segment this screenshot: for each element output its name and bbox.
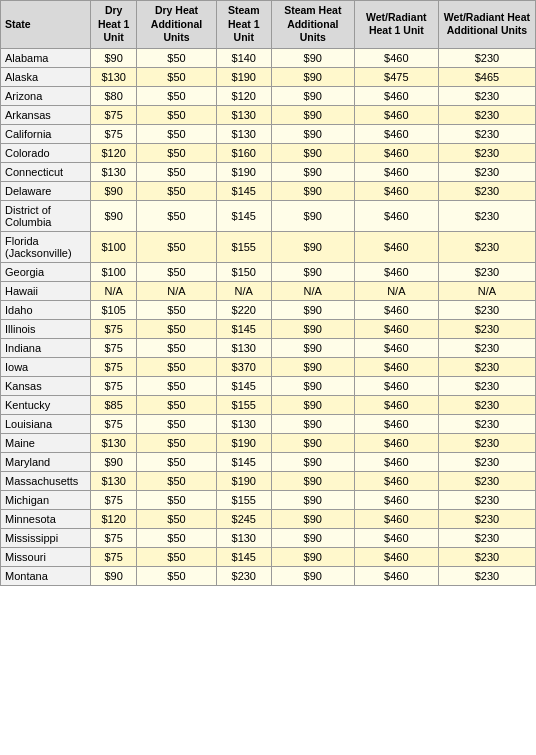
- cell-value: $220: [216, 300, 271, 319]
- cell-value: $460: [354, 547, 438, 566]
- cell-value: $50: [137, 452, 216, 471]
- table-row: Missouri$75$50$145$90$460$230: [1, 547, 536, 566]
- state-name: Georgia: [1, 262, 91, 281]
- cell-value: $90: [271, 124, 354, 143]
- cell-value: $230: [438, 86, 535, 105]
- cell-value: $230: [438, 528, 535, 547]
- cell-value: $75: [90, 319, 136, 338]
- cell-value: $90: [271, 509, 354, 528]
- cell-value: $145: [216, 376, 271, 395]
- cell-value: $90: [271, 490, 354, 509]
- cell-value: $130: [216, 105, 271, 124]
- cell-value: $75: [90, 357, 136, 376]
- table-row: Georgia$100$50$150$90$460$230: [1, 262, 536, 281]
- cell-value: $160: [216, 143, 271, 162]
- cell-value: $50: [137, 547, 216, 566]
- cell-value: $120: [216, 86, 271, 105]
- cell-value: $130: [216, 414, 271, 433]
- cell-value: $150: [216, 262, 271, 281]
- cell-value: $230: [438, 490, 535, 509]
- state-name: Alabama: [1, 48, 91, 67]
- state-name: Maryland: [1, 452, 91, 471]
- cell-value: N/A: [354, 281, 438, 300]
- table-row: Arizona$80$50$120$90$460$230: [1, 86, 536, 105]
- cell-value: N/A: [438, 281, 535, 300]
- table-row: Arkansas$75$50$130$90$460$230: [1, 105, 536, 124]
- cell-value: $50: [137, 338, 216, 357]
- cell-value: $230: [438, 414, 535, 433]
- column-header-5: Wet/Radiant Heat 1 Unit: [354, 1, 438, 49]
- cell-value: N/A: [216, 281, 271, 300]
- cell-value: $75: [90, 414, 136, 433]
- cell-value: $460: [354, 262, 438, 281]
- table-row: Iowa$75$50$370$90$460$230: [1, 357, 536, 376]
- state-name: Kentucky: [1, 395, 91, 414]
- state-name: Illinois: [1, 319, 91, 338]
- cell-value: $460: [354, 528, 438, 547]
- cell-value: $90: [271, 300, 354, 319]
- cell-value: $230: [438, 124, 535, 143]
- table-row: Alaska$130$50$190$90$475$465: [1, 67, 536, 86]
- table-row: Kansas$75$50$145$90$460$230: [1, 376, 536, 395]
- cell-value: N/A: [137, 281, 216, 300]
- state-name: Alaska: [1, 67, 91, 86]
- table-row: Idaho$105$50$220$90$460$230: [1, 300, 536, 319]
- state-name: Idaho: [1, 300, 91, 319]
- cell-value: $90: [90, 48, 136, 67]
- cell-value: $460: [354, 414, 438, 433]
- cell-value: $90: [271, 471, 354, 490]
- cell-value: $230: [438, 376, 535, 395]
- cell-value: $50: [137, 433, 216, 452]
- cell-value: $90: [271, 231, 354, 262]
- cell-value: $90: [271, 200, 354, 231]
- cell-value: $460: [354, 433, 438, 452]
- table-row: Massachusetts$130$50$190$90$460$230: [1, 471, 536, 490]
- cell-value: $230: [438, 231, 535, 262]
- column-header-6: Wet/Radiant Heat Additional Units: [438, 1, 535, 49]
- cell-value: $230: [438, 300, 535, 319]
- table-row: Montana$90$50$230$90$460$230: [1, 566, 536, 585]
- cell-value: $75: [90, 124, 136, 143]
- cell-value: $90: [90, 181, 136, 200]
- cell-value: $130: [216, 528, 271, 547]
- cell-value: $75: [90, 376, 136, 395]
- table-row: Connecticut$130$50$190$90$460$230: [1, 162, 536, 181]
- cell-value: $105: [90, 300, 136, 319]
- cell-value: $460: [354, 86, 438, 105]
- cell-value: $50: [137, 528, 216, 547]
- cell-value: $90: [271, 262, 354, 281]
- cell-value: $100: [90, 262, 136, 281]
- cell-value: $90: [271, 105, 354, 124]
- cell-value: $90: [271, 566, 354, 585]
- table-row: Colorado$120$50$160$90$460$230: [1, 143, 536, 162]
- column-header-1: Dry Heat 1 Unit: [90, 1, 136, 49]
- cell-value: $140: [216, 48, 271, 67]
- cell-value: $230: [438, 471, 535, 490]
- cell-value: $90: [271, 48, 354, 67]
- cell-value: $230: [438, 395, 535, 414]
- cell-value: $460: [354, 105, 438, 124]
- table-row: Michigan$75$50$155$90$460$230: [1, 490, 536, 509]
- cell-value: $90: [271, 67, 354, 86]
- table-row: California$75$50$130$90$460$230: [1, 124, 536, 143]
- cell-value: $130: [90, 471, 136, 490]
- cell-value: $460: [354, 319, 438, 338]
- column-header-2: Dry Heat Additional Units: [137, 1, 216, 49]
- cell-value: $90: [90, 566, 136, 585]
- cell-value: $460: [354, 490, 438, 509]
- cell-value: $120: [90, 143, 136, 162]
- cell-value: $85: [90, 395, 136, 414]
- cell-value: $465: [438, 67, 535, 86]
- cell-value: $475: [354, 67, 438, 86]
- cell-value: $460: [354, 376, 438, 395]
- cell-value: $90: [90, 200, 136, 231]
- cell-value: $145: [216, 547, 271, 566]
- column-header-0: State: [1, 1, 91, 49]
- state-name: Louisiana: [1, 414, 91, 433]
- state-name: Massachusetts: [1, 471, 91, 490]
- cell-value: $120: [90, 509, 136, 528]
- cell-value: $90: [271, 86, 354, 105]
- cell-value: $90: [271, 547, 354, 566]
- cell-value: $190: [216, 162, 271, 181]
- cell-value: $75: [90, 490, 136, 509]
